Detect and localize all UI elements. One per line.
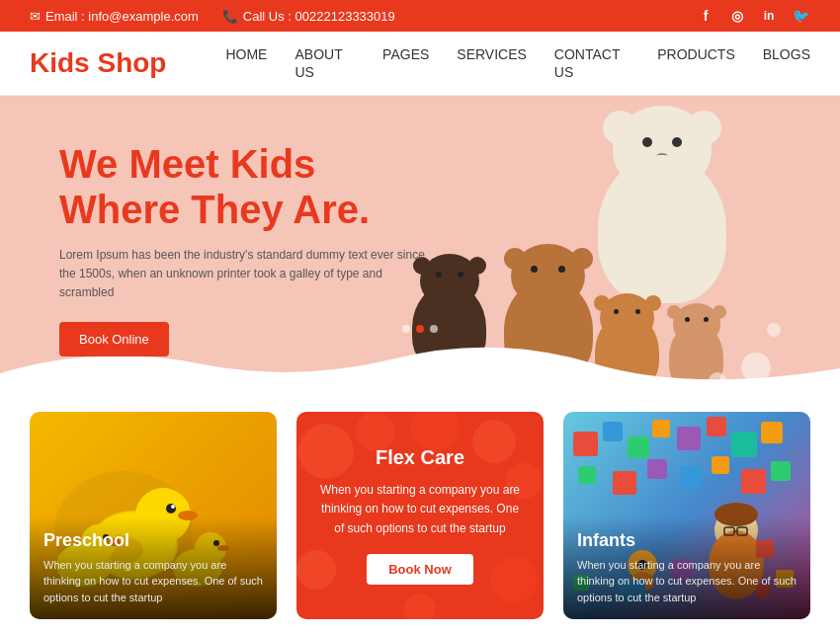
infants-text: When you starting a company you are thin…	[577, 557, 797, 606]
deco-circle-3	[767, 323, 781, 337]
hero-title: We Meet Kids Where They Are.	[59, 141, 435, 232]
facebook-icon[interactable]: f	[696, 6, 715, 26]
big-bear	[583, 106, 741, 303]
svg-rect-31	[761, 422, 783, 443]
svg-point-4	[166, 504, 176, 514]
svg-point-16	[298, 424, 354, 479]
svg-point-5	[171, 505, 175, 509]
nav-links: HOME ABOUT US PAGES SERVICES CONTACT US …	[225, 45, 810, 81]
email-contact: ✉ Email : info@example.com	[30, 9, 199, 24]
svg-rect-24	[573, 432, 598, 456]
nav-contact[interactable]: CONTACT US	[554, 46, 620, 80]
book-online-button[interactable]: Book Online	[59, 322, 169, 357]
linkedin-icon[interactable]: in	[759, 6, 779, 26]
top-bar: ✉ Email : info@example.com 📞 Call Us : 0…	[0, 0, 840, 32]
preschool-title: Preschool	[43, 530, 263, 551]
svg-rect-34	[647, 459, 667, 479]
top-bar-contacts: ✉ Email : info@example.com 📞 Call Us : 0…	[30, 9, 395, 24]
twitter-icon[interactable]: 🐦	[791, 6, 810, 26]
nav-about[interactable]: ABOUT US	[294, 46, 342, 80]
nav-products[interactable]: PRODUCTS	[657, 46, 735, 62]
svg-point-22	[490, 556, 538, 603]
phone-contact: 📞 Call Us : 00222123333019	[222, 9, 395, 24]
svg-rect-37	[741, 469, 766, 494]
svg-rect-36	[712, 456, 729, 474]
svg-rect-25	[603, 422, 623, 441]
preschool-overlay: Preschool When you starting a company yo…	[30, 516, 277, 620]
svg-rect-32	[578, 466, 596, 484]
hero-content: We Meet Kids Where They Are. Lorem Ipsum…	[59, 141, 435, 357]
infants-title: Infants	[577, 530, 797, 551]
logo[interactable]: Kids Shop	[30, 47, 166, 79]
nav-services[interactable]: SERVICES	[457, 46, 527, 62]
svg-rect-33	[613, 471, 636, 495]
preschool-card: Preschool When you starting a company yo…	[30, 412, 277, 619]
navbar: Kids Shop HOME ABOUT US PAGES SERVICES C…	[0, 32, 840, 96]
svg-point-17	[356, 412, 395, 451]
social-links: f ◎ in 🐦	[696, 6, 810, 26]
svg-rect-35	[680, 466, 702, 488]
svg-rect-26	[628, 436, 649, 458]
hero-description: Lorem Ipsum has been the industry's stan…	[59, 246, 435, 303]
svg-rect-30	[731, 432, 757, 457]
svg-point-23	[404, 594, 436, 619]
nav-blogs[interactable]: BLOGS	[763, 46, 810, 62]
svg-point-19	[472, 420, 516, 463]
phone-text: Call Us : 00222123333019	[243, 9, 395, 24]
svg-point-21	[296, 550, 336, 590]
phone-icon: 📞	[222, 9, 238, 24]
flex-care-text: When you starting a company you are thin…	[316, 481, 524, 538]
infants-card: Infants When you starting a company you …	[563, 412, 810, 619]
flex-care-card: Flex Care When you starting a company yo…	[296, 412, 544, 619]
svg-rect-28	[677, 427, 701, 450]
book-now-button[interactable]: Book Now	[367, 554, 473, 585]
instagram-icon[interactable]: ◎	[727, 6, 747, 26]
svg-rect-38	[771, 461, 791, 481]
nav-pages[interactable]: PAGES	[382, 46, 429, 62]
email-icon: ✉	[30, 9, 41, 24]
infants-overlay: Infants When you starting a company you …	[563, 516, 810, 620]
svg-point-18	[410, 412, 460, 451]
preschool-text: When you starting a company you are thin…	[43, 557, 263, 606]
flex-care-title: Flex Care	[376, 446, 464, 469]
cards-section: Preschool When you starting a company yo…	[0, 402, 840, 634]
nav-home[interactable]: HOME	[225, 46, 267, 62]
email-text: Email : info@example.com	[45, 9, 199, 24]
svg-rect-29	[707, 417, 726, 436]
hero-section: We Meet Kids Where They Are. Lorem Ipsum…	[0, 96, 840, 402]
svg-rect-27	[652, 420, 670, 437]
